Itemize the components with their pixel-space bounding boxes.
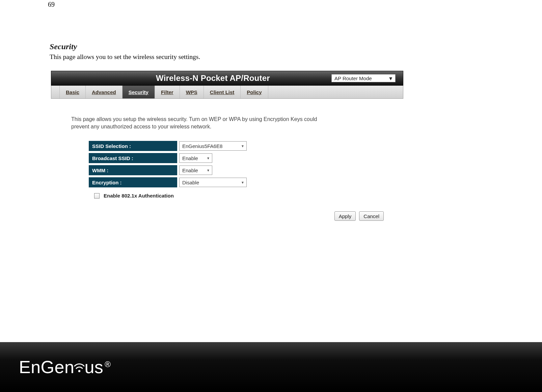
section-subheading: This page allows you to set the wireless…	[50, 53, 200, 61]
label-encryption: Encryption :	[89, 177, 177, 187]
tab-wps[interactable]: WPS	[180, 86, 204, 98]
select-wmm[interactable]: Enable ▼	[179, 165, 212, 175]
row-wmm: WMM : Enable ▼	[89, 165, 390, 175]
chevron-down-icon: ▼	[241, 144, 244, 148]
security-form: SSID Selection : EnGenius5FA6E8 ▼ Broadc…	[89, 141, 390, 199]
cancel-button[interactable]: Cancel	[359, 211, 384, 221]
tab-row: Basic Advanced Security Filter WPS Clien…	[51, 86, 403, 99]
chevron-down-icon: ▼	[207, 156, 210, 160]
router-admin-screenshot: Wireless-N Pocket AP/Router AP Router Mo…	[51, 71, 403, 221]
select-encryption-value: Disable	[182, 180, 199, 185]
logo-text-post: us	[84, 358, 103, 376]
select-ssid-selection-value: EnGenius5FA6E8	[182, 143, 222, 149]
device-title: Wireless-N Pocket AP/Router	[156, 73, 270, 83]
checkbox-8021x-label: Enable 802.1x Authentication	[104, 193, 174, 199]
tab-left-spacer	[51, 86, 60, 98]
page-number: 69	[48, 1, 55, 8]
select-encryption[interactable]: Disable ▼	[179, 178, 247, 187]
chevron-down-icon: ▼	[388, 76, 393, 81]
chevron-down-icon: ▼	[241, 181, 244, 184]
mode-select-value: AP Router Mode	[334, 76, 372, 81]
label-ssid-selection: SSID Selection :	[89, 141, 177, 151]
row-ssid-selection: SSID Selection : EnGenius5FA6E8 ▼	[89, 141, 390, 151]
checkbox-8021x[interactable]	[94, 193, 100, 199]
tab-advanced[interactable]: Advanced	[86, 86, 123, 98]
chevron-down-icon: ▼	[207, 169, 210, 172]
row-encryption: Encryption : Disable ▼	[89, 177, 390, 187]
select-broadcast-ssid[interactable]: Enable ▼	[179, 153, 212, 163]
page-description: This page allows you setup the wireless …	[71, 116, 328, 130]
row-broadcast-ssid: Broadcast SSID : Enable ▼	[89, 153, 390, 163]
titlebar: Wireless-N Pocket AP/Router AP Router Mo…	[51, 71, 403, 86]
select-ssid-selection[interactable]: EnGenius5FA6E8 ▼	[179, 141, 247, 151]
logo-text-pre: EnGen	[19, 358, 74, 376]
tab-policy[interactable]: Policy	[241, 86, 268, 98]
svg-point-0	[78, 370, 80, 372]
engenius-logo: EnGen us ®	[19, 358, 111, 376]
apply-button[interactable]: Apply	[334, 211, 356, 221]
mode-select[interactable]: AP Router Mode ▼	[331, 74, 396, 82]
wifi-icon	[74, 359, 85, 374]
tab-basic[interactable]: Basic	[60, 86, 86, 98]
tab-security[interactable]: Security	[123, 86, 155, 98]
tab-filter[interactable]: Filter	[155, 86, 180, 98]
registered-icon: ®	[105, 360, 111, 369]
row-8021x: Enable 802.1x Authentication	[94, 193, 390, 199]
section-heading: Security	[50, 42, 77, 51]
label-broadcast-ssid: Broadcast SSID :	[89, 153, 177, 163]
select-wmm-value: Enable	[182, 168, 198, 173]
label-wmm: WMM :	[89, 165, 177, 175]
page-footer: EnGen us ®	[0, 342, 542, 392]
tab-client-list[interactable]: Client List	[204, 86, 241, 98]
select-broadcast-ssid-value: Enable	[182, 155, 198, 161]
